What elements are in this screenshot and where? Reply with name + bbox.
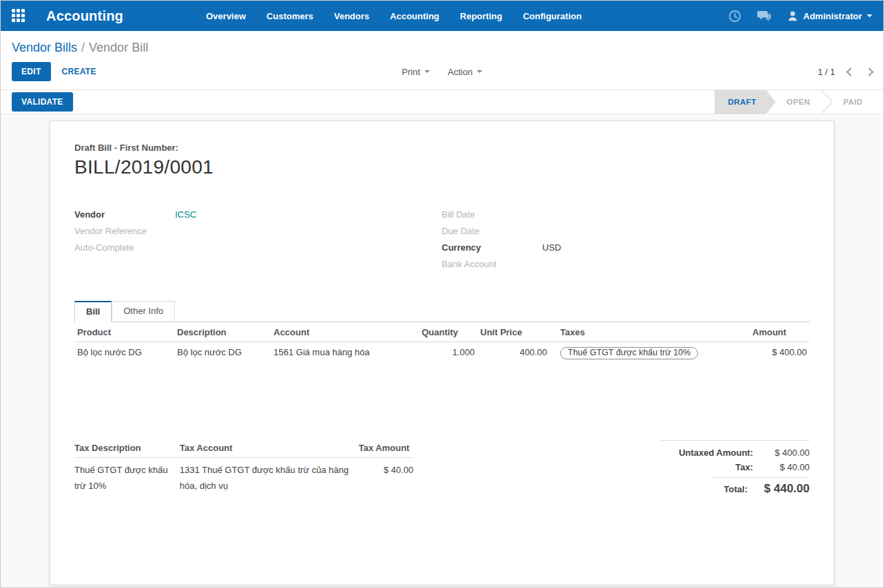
- grand-total-value: $ 440.00: [748, 482, 810, 496]
- invoice-line-row[interactable]: Bộ lọc nước DG Bộ lọc nước DG 1561 Giá m…: [74, 342, 810, 365]
- field-bill-date: Bill Date: [442, 206, 810, 222]
- state-draft[interactable]: DRAFT: [715, 90, 776, 114]
- user-avatar-icon: [787, 10, 799, 22]
- col-quantity: Quantity: [419, 322, 477, 342]
- auto-complete-label: Auto-Complete: [74, 242, 175, 253]
- print-dropdown[interactable]: Print: [402, 67, 430, 77]
- field-vendor-reference: Vendor Reference: [74, 222, 442, 239]
- tax-total-value: $ 40.00: [753, 462, 810, 472]
- messages-chat-icon[interactable]: [757, 10, 772, 23]
- tax-lines-table: Tax Description Tax Account Tax Amount T…: [74, 440, 413, 499]
- pager-next-icon[interactable]: [865, 67, 874, 76]
- action-caret-icon: [477, 70, 482, 73]
- invoice-lines-table: Product Description Account Quantity Uni…: [74, 322, 810, 364]
- activities-clock-icon[interactable]: [728, 10, 741, 23]
- pager-value: 1 / 1: [818, 67, 835, 77]
- fields-grid: Vendor ICSC Vendor Reference Auto-Comple…: [74, 206, 810, 272]
- col-tax-account: Tax Account: [180, 440, 359, 458]
- vendor-label: Vendor: [74, 209, 175, 220]
- col-tax-description: Tax Description: [74, 440, 180, 458]
- create-button[interactable]: CREATE: [62, 67, 96, 76]
- user-name: Administrator: [803, 11, 862, 21]
- notebook-tabs: Bill Other Info: [74, 301, 810, 322]
- field-due-date: Due Date: [442, 222, 810, 239]
- vendor-reference-label: Vendor Reference: [74, 226, 175, 236]
- untaxed-amount-row: Untaxed Amount: $ 400.00: [660, 445, 810, 460]
- validate-button[interactable]: VALIDATE: [12, 92, 73, 112]
- user-caret-icon: [867, 14, 872, 17]
- tax-row: Tax: $ 40.00: [660, 460, 810, 474]
- edit-button[interactable]: EDIT: [12, 62, 51, 81]
- cell-amount: $ 400.00: [750, 342, 810, 365]
- untaxed-amount-value: $ 400.00: [753, 448, 810, 458]
- app-window: Accounting Overview Customers Vendors Ac…: [0, 0, 884, 588]
- totals-block: Untaxed Amount: $ 400.00 Tax: $ 40.00 To…: [660, 440, 810, 498]
- pager-previous-icon[interactable]: [846, 67, 855, 76]
- breadcrumb-vendor-bills[interactable]: Vendor Bills: [12, 41, 77, 54]
- currency-value: USD: [542, 242, 561, 253]
- pager: 1 / 1: [482, 67, 872, 77]
- apps-grid-icon[interactable]: [12, 9, 25, 23]
- state-open[interactable]: OPEN: [776, 90, 821, 114]
- breadcrumb: Vendor Bills/Vendor Bill: [12, 39, 872, 62]
- cell-description: Bộ lọc nước DG: [174, 342, 271, 365]
- col-amount: Amount: [750, 322, 810, 342]
- col-unit-price: Unit Price: [477, 322, 550, 342]
- menu-configuration[interactable]: Configuration: [523, 11, 582, 21]
- bank-account-label: Bank Account: [442, 259, 542, 269]
- lines-header-row: Product Description Account Quantity Uni…: [74, 322, 810, 342]
- menu-vendors[interactable]: Vendors: [334, 11, 369, 21]
- col-product: Product: [74, 322, 174, 342]
- cell-tax-description: Thuế GTGT được khấu trừ 10%: [74, 458, 180, 499]
- col-tax-amount: Tax Amount: [359, 440, 413, 458]
- menu-reporting[interactable]: Reporting: [460, 11, 502, 21]
- breadcrumb-separator: /: [77, 41, 89, 54]
- field-bank-account: Bank Account: [442, 255, 810, 272]
- tax-total-label: Tax:: [735, 462, 753, 472]
- vendor-value-link[interactable]: ICSC: [175, 209, 196, 220]
- tax-line-row[interactable]: Thuế GTGT được khấu trừ 10% 1331 Thuế GT…: [74, 458, 413, 499]
- state-paid[interactable]: PAID: [832, 90, 874, 114]
- statusbar: DRAFT OPEN PAID: [715, 90, 874, 114]
- untaxed-amount-label: Untaxed Amount:: [679, 448, 753, 458]
- currency-label: Currency: [442, 242, 542, 253]
- grand-total-row: Total: $ 440.00: [713, 477, 810, 498]
- grand-total-label: Total:: [724, 484, 748, 494]
- state-chevron-icon: [821, 90, 832, 114]
- main-menu: Overview Customers Vendors Accounting Re…: [206, 11, 582, 21]
- tab-other-info[interactable]: Other Info: [112, 301, 175, 322]
- menu-customers[interactable]: Customers: [267, 11, 313, 21]
- cell-unit-price: 400.00: [477, 342, 550, 365]
- field-auto-complete: Auto-Complete: [74, 239, 442, 255]
- buttons-row: EDIT CREATE Print Action 1 / 1: [12, 62, 872, 90]
- col-taxes: Taxes: [550, 322, 750, 342]
- statusbar-row: VALIDATE DRAFT OPEN PAID: [1, 90, 883, 114]
- action-dropdown[interactable]: Action: [448, 67, 482, 77]
- menu-accounting[interactable]: Accounting: [390, 11, 440, 21]
- app-brand[interactable]: Accounting: [46, 8, 123, 24]
- user-menu[interactable]: Administrator: [787, 10, 872, 22]
- cell-product: Bộ lọc nước DG: [74, 342, 174, 365]
- field-currency: Currency USD: [442, 239, 810, 255]
- top-navbar: Accounting Overview Customers Vendors Ac…: [1, 1, 883, 31]
- col-account: Account: [271, 322, 419, 342]
- tax-header-row: Tax Description Tax Account Tax Amount: [74, 440, 413, 458]
- navbar-right: Administrator: [728, 10, 872, 23]
- bill-subtitle: Draft Bill - First Number:: [74, 143, 810, 153]
- bottom-section: Tax Description Tax Account Tax Amount T…: [74, 440, 810, 499]
- content-area: Draft Bill - First Number: BILL/2019/000…: [1, 114, 883, 585]
- bill-sheet: Draft Bill - First Number: BILL/2019/000…: [50, 120, 834, 585]
- cell-account: 1561 Giá mua hàng hóa: [271, 342, 419, 365]
- due-date-label: Due Date: [442, 226, 542, 236]
- control-panel: Vendor Bills/Vendor Bill EDIT CREATE Pri…: [1, 31, 883, 90]
- cell-tax-amount: $ 40.00: [359, 458, 413, 499]
- tab-bill[interactable]: Bill: [74, 301, 112, 322]
- col-description: Description: [174, 322, 271, 342]
- menu-overview[interactable]: Overview: [206, 11, 246, 21]
- print-caret-icon: [424, 70, 430, 73]
- tax-badge: Thuế GTGT được khấu trừ 10%: [560, 347, 698, 359]
- field-vendor: Vendor ICSC: [74, 206, 442, 222]
- breadcrumb-current: Vendor Bill: [89, 41, 148, 54]
- bill-number: BILL/2019/0001: [74, 156, 810, 178]
- bill-date-label: Bill Date: [442, 209, 542, 220]
